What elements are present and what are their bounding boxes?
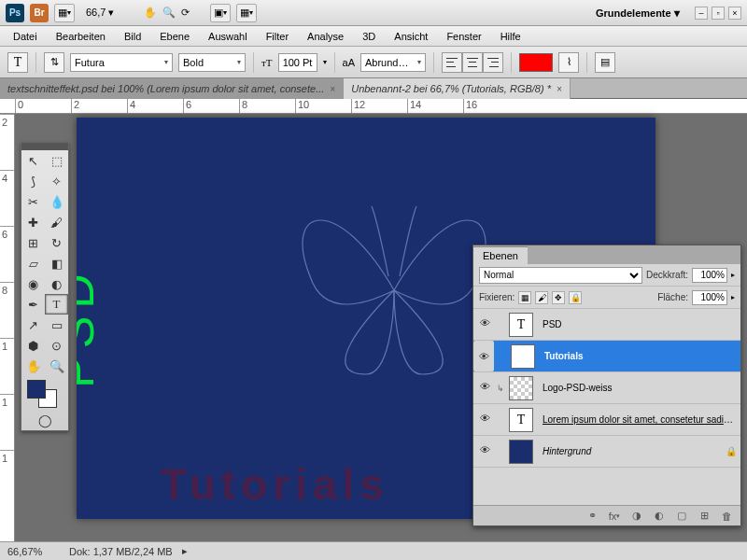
doc-tab-2[interactable]: Unbenannt-2 bei 66,7% (Tutorials, RGB/8)… (344, 78, 571, 99)
fill-slider[interactable]: ▸ (731, 293, 735, 301)
adjustment-layer-button[interactable]: ◐ (651, 509, 668, 524)
move-tool[interactable]: ↖ (21, 150, 45, 171)
text-orientation-toggle[interactable]: ⇅ (44, 52, 64, 73)
menu-analysis[interactable]: Analyse (300, 28, 351, 45)
font-size-input[interactable] (278, 53, 317, 72)
toolbox-grip[interactable] (21, 143, 68, 150)
fill-input[interactable] (692, 290, 727, 305)
close-icon[interactable]: × (330, 84, 335, 94)
layer-row[interactable]: 👁 T PSD (473, 309, 740, 341)
warp-text-button[interactable]: ⌇ (558, 52, 579, 73)
font-size-stepper[interactable]: ▾ (323, 58, 327, 66)
layer-mask-button[interactable]: ◑ (628, 509, 645, 524)
hand-tool[interactable]: ✋ (21, 356, 45, 376)
layer-name[interactable]: PSD (537, 319, 737, 329)
layers-panel-tab[interactable]: Ebenen (473, 245, 740, 264)
arrange-dropdown[interactable]: ▦▾ (54, 4, 75, 22)
quick-select-tool[interactable]: ✧ (45, 171, 68, 191)
workspace-switcher[interactable]: Grundelemente ▾ (596, 7, 680, 20)
marquee-tool[interactable]: ⬚ (45, 150, 68, 171)
character-panel-toggle[interactable]: ▤ (595, 52, 615, 73)
3d-camera-tool[interactable]: ⊙ (45, 335, 68, 356)
hand-tool-quick[interactable]: ✋ (144, 7, 157, 19)
eyedropper-tool[interactable]: 💧 (45, 191, 68, 212)
layer-fx-button[interactable]: fx▾ (606, 509, 623, 524)
opacity-slider[interactable]: ▸ (731, 271, 735, 279)
menu-edit[interactable]: Bearbeiten (49, 28, 113, 45)
menu-help[interactable]: Hilfe (493, 28, 529, 45)
menu-3d[interactable]: 3D (355, 28, 383, 45)
opacity-input[interactable] (692, 268, 727, 283)
eraser-tool[interactable]: ▱ (21, 253, 45, 273)
align-right-button[interactable] (483, 52, 503, 73)
zoom-tool[interactable]: 🔍 (45, 356, 68, 376)
screen-mode-dropdown[interactable]: ▣▾ (210, 4, 231, 22)
3d-tool[interactable]: ⬢ (21, 335, 45, 356)
pen-tool[interactable]: ✒ (21, 294, 45, 315)
menu-filter[interactable]: Filter (259, 28, 296, 45)
font-family-combo[interactable]: Futura▾ (70, 53, 173, 72)
vertical-ruler[interactable]: 2468111 (0, 114, 15, 541)
crop-tool[interactable]: ✂ (21, 191, 45, 212)
brush-tool[interactable]: 🖌 (45, 212, 68, 232)
status-menu-arrow[interactable]: ▸ (182, 545, 188, 557)
layer-thumb[interactable]: T (509, 313, 533, 337)
lock-position-icon[interactable]: ✥ (552, 291, 565, 304)
zoom-level-input[interactable]: 66,67% (7, 546, 60, 557)
healing-tool[interactable]: ✚ (21, 212, 45, 232)
quick-mask-toggle[interactable]: ◯ (21, 410, 68, 430)
horizontal-ruler[interactable]: 0246810121416 (0, 99, 747, 114)
bridge-icon[interactable]: Br (30, 4, 49, 22)
visibility-toggle[interactable]: 👁 (477, 317, 492, 332)
dodge-tool[interactable]: ◐ (45, 273, 68, 294)
layer-name[interactable]: Tutorials (539, 351, 737, 361)
ps-app-icon[interactable]: Ps (6, 4, 24, 22)
menu-image[interactable]: Bild (117, 28, 148, 45)
blend-mode-select[interactable]: Normal (479, 267, 642, 284)
menu-view[interactable]: Ansicht (387, 28, 435, 45)
path-select-tool[interactable]: ↗ (21, 315, 45, 335)
group-button[interactable]: ▢ (673, 509, 690, 524)
menu-select[interactable]: Auswahl (201, 28, 255, 45)
close-button[interactable]: × (728, 7, 741, 20)
menu-file[interactable]: Datei (6, 28, 45, 45)
close-icon[interactable]: × (557, 84, 562, 94)
zoom-tool-quick[interactable]: 🔍 (162, 7, 176, 19)
maximize-button[interactable]: ▫ (712, 7, 725, 20)
layer-name[interactable]: Lorem ipsum dolor sit amet, consetetur s… (537, 414, 737, 425)
layer-row[interactable]: 👁 T Lorem ipsum dolor sit amet, consetet… (473, 404, 740, 436)
link-layers-button[interactable]: ⚭ (584, 509, 600, 524)
minimize-button[interactable]: – (695, 7, 708, 20)
layer-thumb[interactable]: T (509, 408, 533, 432)
layer-name[interactable]: Logo-PSD-weiss (537, 383, 737, 393)
align-left-button[interactable] (442, 52, 462, 73)
font-weight-combo[interactable]: Bold▾ (178, 53, 246, 72)
stamp-tool[interactable]: ⊞ (21, 232, 45, 253)
lock-transparency-icon[interactable]: ▦ (518, 291, 531, 304)
lock-all-icon[interactable]: 🔒 (569, 291, 582, 304)
type-tool[interactable]: T (45, 294, 68, 315)
extras-dropdown[interactable]: ▦▾ (236, 4, 257, 22)
visibility-toggle[interactable]: 👁 (477, 444, 492, 459)
layer-thumb[interactable] (509, 376, 533, 400)
layer-row[interactable]: 👁 ↳ Logo-PSD-weiss (473, 372, 740, 404)
text-color-swatch[interactable] (519, 53, 553, 72)
doc-tab-1[interactable]: textschnitteffekt.psd bei 100% (Lorem ip… (0, 78, 344, 99)
current-tool-icon[interactable]: T (7, 52, 28, 73)
lasso-tool[interactable]: ⟆ (21, 171, 45, 191)
delete-layer-button[interactable]: 🗑 (718, 509, 735, 524)
new-layer-button[interactable]: ⊞ (696, 509, 712, 524)
shape-tool[interactable]: ▭ (45, 315, 68, 335)
color-swatches[interactable] (21, 376, 68, 410)
layer-thumb[interactable]: T (511, 344, 535, 369)
visibility-toggle[interactable]: 👁 (477, 381, 492, 396)
visibility-toggle[interactable]: 👁 (477, 413, 492, 427)
blur-tool[interactable]: ◉ (21, 273, 45, 294)
menu-window[interactable]: Fenster (439, 28, 488, 45)
rotate-view-quick[interactable]: ⟳ (181, 7, 190, 19)
visibility-toggle[interactable]: 👁 (473, 341, 494, 371)
menu-layer[interactable]: Ebene (152, 28, 197, 45)
layer-thumb[interactable] (509, 440, 533, 464)
align-center-button[interactable] (462, 52, 483, 73)
foreground-color[interactable] (27, 380, 46, 399)
